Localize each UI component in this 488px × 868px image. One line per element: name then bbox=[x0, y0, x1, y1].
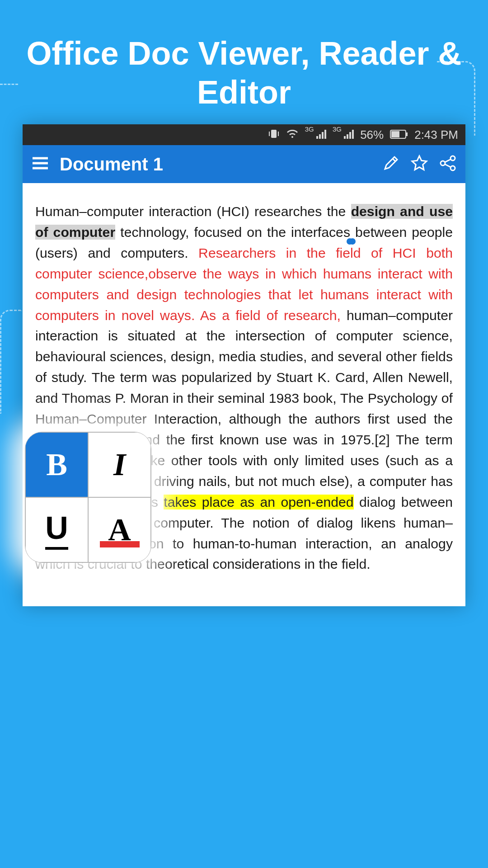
doc-text-highlight: takes place as an open-ended bbox=[164, 495, 353, 509]
star-icon[interactable] bbox=[410, 154, 428, 174]
format-palette: B I U A bbox=[25, 432, 151, 563]
share-icon[interactable] bbox=[439, 155, 456, 174]
svg-rect-5 bbox=[322, 132, 324, 139]
bold-button[interactable]: B bbox=[25, 432, 88, 497]
svg-point-19 bbox=[441, 161, 445, 165]
svg-line-21 bbox=[445, 159, 451, 162]
selection-handle-end[interactable] bbox=[347, 238, 353, 245]
svg-rect-10 bbox=[352, 130, 354, 139]
edit-icon[interactable] bbox=[382, 155, 399, 174]
signal-1-icon: 3G bbox=[305, 128, 326, 142]
svg-rect-2 bbox=[278, 132, 279, 136]
svg-rect-13 bbox=[406, 132, 408, 136]
underline-button[interactable]: U bbox=[25, 497, 88, 562]
svg-point-20 bbox=[450, 166, 455, 170]
italic-button[interactable]: I bbox=[88, 432, 151, 497]
status-bar: 3G 3G 56% 2:43 PM bbox=[23, 124, 465, 145]
svg-rect-0 bbox=[271, 130, 277, 138]
vibrate-icon bbox=[268, 128, 280, 142]
svg-rect-4 bbox=[319, 134, 321, 139]
battery-percent: 56% bbox=[360, 128, 384, 142]
svg-rect-7 bbox=[344, 136, 346, 139]
battery-icon bbox=[390, 128, 408, 142]
svg-rect-3 bbox=[316, 136, 318, 139]
doc-text: Human–computer interaction (HCI) researc… bbox=[35, 204, 351, 219]
promo-title: Office Doc Viewer, Reader & Editor bbox=[0, 0, 488, 130]
svg-point-18 bbox=[450, 156, 455, 160]
svg-line-17 bbox=[393, 159, 395, 161]
svg-line-22 bbox=[445, 164, 451, 167]
svg-rect-1 bbox=[269, 132, 270, 136]
app-bar: Document 1 bbox=[23, 145, 465, 183]
decoration-dash bbox=[0, 84, 18, 85]
signal-2-icon: 3G bbox=[333, 128, 354, 142]
svg-rect-8 bbox=[347, 134, 348, 139]
wifi-icon bbox=[286, 128, 299, 142]
menu-icon[interactable] bbox=[32, 156, 49, 172]
svg-rect-6 bbox=[324, 130, 326, 139]
text-color-button[interactable]: A bbox=[88, 497, 151, 562]
clock: 2:43 PM bbox=[414, 128, 458, 142]
document-title: Document 1 bbox=[60, 154, 371, 175]
svg-rect-12 bbox=[391, 131, 399, 137]
svg-rect-9 bbox=[349, 132, 351, 139]
decoration-dash bbox=[0, 310, 22, 414]
